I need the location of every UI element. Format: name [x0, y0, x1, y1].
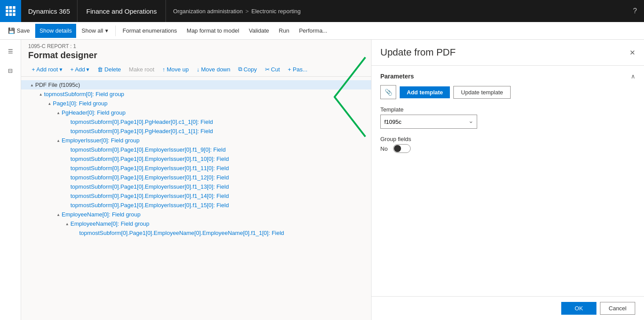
toolbar-separator-1 [115, 26, 116, 36]
performance-button[interactable]: Performa... [294, 24, 331, 38]
template-field-label: Template [380, 106, 635, 113]
left-nav: ☰ ⊟ [0, 40, 21, 320]
hamburger-icon: ☰ [8, 48, 13, 55]
template-select[interactable]: f1095c [380, 115, 477, 129]
save-button[interactable]: 💾 Save [4, 24, 34, 38]
tree-item[interactable]: topmostSubform[0].Page1[0].EmployerIssue… [21, 145, 371, 154]
brand-dynamics365[interactable]: Dynamics 365 [21, 0, 77, 22]
group-fields-field-group: Group fields No [380, 136, 635, 153]
show-all-button[interactable]: Show all ▾ [77, 24, 112, 38]
template-buttons-group: 📎 Add template Update template [380, 85, 635, 99]
help-button[interactable]: ? [633, 7, 644, 15]
add-root-dropdown-icon: ▾ [59, 66, 63, 73]
map-format-button[interactable]: Map format to model [182, 24, 243, 38]
add-template-button[interactable]: Add template [400, 86, 450, 98]
panel-footer: OK Cancel [372, 296, 644, 320]
tree-item[interactable]: ▴PgHeader[0]: Field group [21, 108, 371, 117]
run-button[interactable]: Run [274, 24, 294, 38]
tree-item[interactable]: ▴EmployeeName[0]: Field group [21, 219, 371, 228]
tree-label: topmostSubform[0].Page1[0].EmployerIssue… [70, 156, 229, 162]
move-up-button[interactable]: ↑ Move up [159, 64, 192, 74]
format-enumerations-button[interactable]: Format enumerations [118, 24, 182, 38]
tree-arrow-icon: ▴ [55, 212, 62, 217]
tree-arrow-icon: ▴ [46, 101, 53, 106]
tree-item[interactable]: topmostSubform[0].Page1[0].PgHeader[0].c… [21, 127, 371, 136]
tree-area: ▴PDF File (f1095c)▴topmostSubform[0]: Fi… [21, 77, 371, 320]
panel-body: Parameters ∧ 📎 Add template Update templ… [372, 66, 644, 296]
breadcrumb-electronic-reporting[interactable]: Electronic reporting [251, 8, 301, 15]
tree-label: topmostSubform[0].Page1[0].EmployerIssue… [70, 146, 226, 153]
tree-arrow-icon: ▴ [55, 110, 62, 115]
panel-title: Update from PDF [380, 47, 456, 58]
breadcrumb: Organization administration > Electronic… [166, 8, 308, 15]
content-area: 1095-C REPORT : 1 Format designer + Add … [21, 40, 371, 320]
tree-item[interactable]: topmostSubform[0].Page1[0].EmployeeName[… [21, 228, 371, 238]
tree-item[interactable]: topmostSubform[0].Page1[0].EmployerIssue… [21, 201, 371, 210]
cut-button[interactable]: ✂ Cut [261, 64, 283, 74]
params-collapse-button[interactable]: ∧ [631, 73, 635, 80]
nav-menu-button[interactable]: ☰ [3, 43, 18, 59]
tree-item[interactable]: ▴EmployerIssuer[0]: Field group [21, 136, 371, 145]
cut-icon: ✂ [265, 66, 270, 73]
tree-label: topmostSubform[0]: Field group [44, 91, 124, 97]
add-dropdown-icon: ▾ [86, 66, 89, 73]
params-section: Parameters ∧ 📎 Add template Update templ… [380, 73, 635, 153]
fd-breadcrumb: 1095-C REPORT : 1 [28, 43, 364, 49]
group-fields-label: Group fields [380, 136, 635, 142]
tree-item[interactable]: ▴Page1[0]: Field group [21, 99, 371, 108]
tree-item[interactable]: topmostSubform[0].Page1[0].EmployerIssue… [21, 164, 371, 173]
nav-filter-button[interactable]: ⊟ [3, 63, 18, 78]
params-header: Parameters ∧ [380, 73, 635, 80]
tree-label: topmostSubform[0].Page1[0].EmployerIssue… [70, 202, 229, 208]
copy-button[interactable]: ⧉ Copy [235, 64, 260, 74]
breadcrumb-org-admin[interactable]: Organization administration [173, 8, 243, 15]
tree-label: topmostSubform[0].Page1[0].EmployerIssue… [70, 165, 229, 171]
toggle-row: No [380, 144, 635, 153]
waffle-button[interactable] [0, 0, 21, 22]
group-fields-toggle[interactable] [393, 144, 411, 153]
toggle-knob [394, 145, 401, 152]
delete-button[interactable]: 🗑 Delete [94, 64, 125, 74]
paste-button[interactable]: + Pas... [284, 64, 311, 74]
save-icon: 💾 [8, 27, 15, 34]
tree-label: topmostSubform[0].Page1[0].PgHeader[0].c… [70, 119, 213, 125]
main-layout: ☰ ⊟ 1095-C REPORT : 1 Format designer + … [0, 40, 644, 320]
cancel-button[interactable]: Cancel [600, 302, 635, 315]
tree-arrow-icon: ▴ [37, 92, 44, 97]
action-bar: + Add root ▾ + Add ▾ 🗑 Delete Make root … [21, 62, 371, 77]
tree-item[interactable]: ▴EmployeeName[0]: Field group [21, 210, 371, 219]
show-details-button[interactable]: Show details [35, 24, 77, 38]
tree-item[interactable]: ▴topmostSubform[0]: Field group [21, 89, 371, 99]
tree-label: topmostSubform[0].Page1[0].EmployerIssue… [70, 174, 229, 181]
format-designer-header: 1095-C REPORT : 1 Format designer [21, 40, 371, 62]
delete-icon: 🗑 [97, 66, 103, 73]
breadcrumb-separator: > [245, 8, 249, 15]
tree-label: EmployeeName[0]: Field group [62, 211, 140, 218]
ok-button[interactable]: OK [561, 302, 596, 315]
toggle-state-label: No [380, 145, 388, 152]
tree-item[interactable]: topmostSubform[0].Page1[0].EmployerIssue… [21, 154, 371, 164]
panel-collapse-button[interactable]: ✕ [629, 48, 635, 57]
add-button[interactable]: + Add ▾ [67, 64, 93, 74]
right-panel: Update from PDF ✕ Parameters ∧ 📎 Add tem… [371, 40, 644, 320]
tree-arrow-icon: ▴ [28, 82, 35, 87]
update-template-button[interactable]: Update template [453, 86, 510, 99]
tree-item[interactable]: topmostSubform[0].Page1[0].EmployerIssue… [21, 173, 371, 182]
move-down-button[interactable]: ↓ Move down [193, 64, 234, 74]
validate-button[interactable]: Validate [244, 24, 273, 38]
tree-label: topmostSubform[0].Page1[0].PgHeader[0].c… [70, 128, 213, 134]
template-field-group: Template f1095c [380, 106, 635, 129]
make-root-button[interactable]: Make root [125, 64, 158, 74]
tree-item[interactable]: ▴PDF File (f1095c) [21, 80, 371, 89]
params-label: Parameters [380, 73, 414, 80]
attach-button[interactable]: 📎 [380, 85, 396, 99]
tree-item[interactable]: topmostSubform[0].Page1[0].EmployerIssue… [21, 182, 371, 191]
tree-label: Page1[0]: Field group [53, 100, 107, 107]
tree-arrow-icon: ▴ [55, 138, 62, 143]
tree-label: EmployerIssuer[0]: Field group [62, 137, 140, 144]
attach-icon: 📎 [385, 89, 392, 96]
add-root-button[interactable]: + Add root ▾ [28, 64, 66, 74]
waffle-icon [6, 6, 15, 16]
tree-item[interactable]: topmostSubform[0].Page1[0].EmployerIssue… [21, 191, 371, 201]
tree-item[interactable]: topmostSubform[0].Page1[0].PgHeader[0].c… [21, 117, 371, 127]
